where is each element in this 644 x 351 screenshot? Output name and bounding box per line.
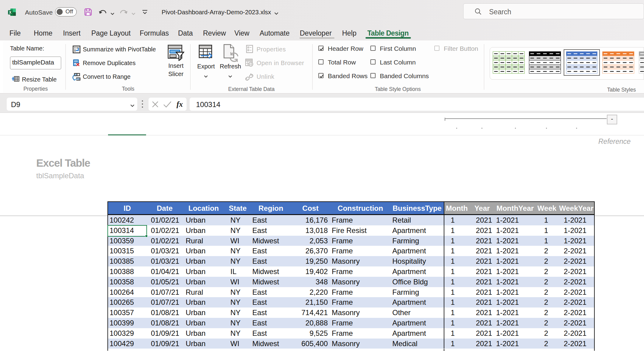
svg-text:X: X xyxy=(9,10,12,15)
svg-text:fx: fx xyxy=(177,100,183,108)
